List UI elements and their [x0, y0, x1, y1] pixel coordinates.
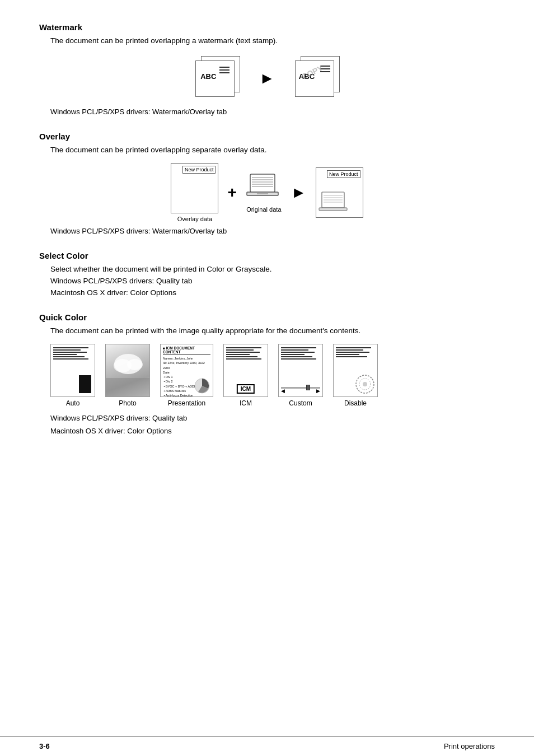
custom-line: [281, 349, 308, 351]
qc-custom-box: ◀ ▶: [278, 344, 323, 397]
overlay-section: Overlay The document can be printed over…: [39, 132, 495, 235]
abc-label: ABC: [200, 72, 216, 81]
watermark-diagram: ABC ► ABC: [39, 56, 495, 101]
quick-color-diagrams: Auto Photo: [50, 344, 495, 407]
qc-icm-label: ICM: [240, 399, 252, 407]
disable-pattern: [355, 374, 375, 394]
qc-presentation-box: ■ ICM DOCUMENT CONTENT Names: Jenkins, J…: [160, 344, 213, 397]
overlay-data-item: New Product Overlay data: [171, 163, 218, 222]
qc-auto-label: Auto: [66, 399, 80, 407]
svg-rect-13: [319, 208, 347, 211]
doc-lines: [219, 67, 229, 73]
icm-line: [226, 358, 261, 360]
doc-line: [219, 69, 229, 71]
qc-auto-item: Auto: [50, 344, 95, 407]
svg-rect-0: [250, 174, 275, 192]
disable-line: [336, 349, 363, 351]
icm-content: [224, 344, 268, 362]
overlay-description: The document can be printed overlapping …: [39, 146, 495, 154]
qc-presentation-label: Presentation: [168, 399, 205, 407]
disable-line: [336, 354, 359, 355]
qc-custom-label: Custom: [289, 399, 312, 407]
photo-background: [106, 344, 149, 396]
auto-line: [53, 347, 88, 348]
icm-badge: ICM: [237, 384, 255, 394]
custom-content: [279, 344, 322, 362]
overlay-result-item: New Product: [316, 167, 363, 218]
original-data-item: Original data: [246, 173, 282, 213]
disable-line: [336, 352, 369, 353]
custom-line: [281, 356, 312, 357]
auto-line: [53, 358, 88, 360]
qc-photo-label: Photo: [119, 399, 136, 407]
disable-line: [336, 347, 371, 348]
auto-line: [53, 354, 77, 355]
qc-disable-item: Disable: [333, 344, 378, 407]
qc-photo-box: [105, 344, 150, 397]
qc-icm-item: ICM ICM: [223, 344, 268, 407]
original-data-label: Original data: [246, 206, 281, 213]
icm-line: [226, 354, 250, 355]
auto-line: [53, 349, 81, 351]
quick-color-note2: Macintosh OS X driver: Color Options: [39, 427, 495, 435]
overlay-arrow: ►: [291, 184, 307, 202]
icm-line: [226, 356, 257, 357]
footer-page-number: 3-6: [39, 742, 50, 750]
disable-line: [336, 356, 367, 357]
custom-line: [281, 352, 315, 353]
overlay-data-box: New Product: [171, 163, 218, 213]
svg-rect-7: [257, 193, 268, 194]
watermark-description: The document can be printed overlapping …: [39, 36, 495, 45]
watermark-arrow: ►: [259, 69, 275, 87]
auto-block: [79, 375, 91, 393]
watermark-section: Watermark The document can be printed ov…: [39, 22, 495, 116]
svg-rect-17: [106, 378, 150, 397]
qc-icm-box: ICM: [223, 344, 268, 397]
custom-line: [281, 347, 316, 348]
qc-presentation-item: ■ ICM DOCUMENT CONTENT Names: Jenkins, J…: [160, 344, 213, 407]
icm-line: [226, 352, 260, 353]
overlay-result-box: New Product: [316, 167, 363, 218]
quick-color-title: Quick Color: [39, 312, 495, 322]
quick-color-note1: Windows PCL/PS/XPS drivers: Quality tab: [39, 414, 495, 422]
quick-color-description: The document can be printed with the ima…: [39, 326, 495, 335]
qc-photo-item: Photo: [105, 344, 150, 407]
overlay-title: Overlay: [39, 132, 495, 141]
svg-point-16: [127, 359, 143, 370]
custom-slider-track: [281, 387, 320, 389]
pres-pie-chart: [194, 377, 210, 394]
laptop-icon: [246, 173, 282, 204]
watermark-note: Windows PCL/PS/XPS drivers: Watermark/Ov…: [39, 108, 495, 116]
select-color-line3: Macintosh OS X driver: Color Options: [39, 288, 495, 297]
photo-cloud-svg: [106, 344, 150, 397]
doc-page-front-after: ABC COPY: [295, 60, 334, 97]
svg-point-21: [363, 382, 367, 386]
new-product-banner: New Product: [182, 166, 216, 174]
select-color-line1: Select whether the document will be prin…: [39, 265, 495, 273]
icm-line: [226, 349, 254, 351]
doc-page-front: ABC: [195, 60, 235, 97]
select-color-section: Select Color Select whether the document…: [39, 251, 495, 297]
overlay-diagram: New Product Overlay data +: [39, 163, 495, 222]
qc-disable-label: Disable: [344, 399, 367, 407]
qc-auto-box: [50, 344, 95, 397]
plus-icon: +: [227, 184, 236, 202]
watermark-before: ABC: [192, 56, 242, 101]
auto-line: [53, 352, 87, 353]
watermark-title: Watermark: [39, 22, 495, 32]
doc-line: [219, 72, 229, 73]
custom-slider-knob: [306, 385, 310, 390]
footer-title: Print operations: [444, 742, 495, 750]
watermark-after: ABC COPY: [292, 56, 342, 101]
disable-content: [334, 344, 377, 360]
custom-line: [281, 358, 316, 360]
overlay-data-label: Overlay data: [177, 216, 212, 222]
overlay-note: Windows PCL/PS/XPS drivers: Watermark/Ov…: [39, 227, 495, 235]
qc-custom-item: ◀ ▶ Custom: [278, 344, 323, 407]
custom-arrow-right: ▶: [316, 388, 320, 394]
qc-disable-box: [333, 344, 378, 397]
result-new-product: New Product: [327, 170, 360, 178]
pres-title: ■ ICM DOCUMENT CONTENT: [163, 346, 210, 355]
select-color-line2: Windows PCL/PS/XPS drivers: Quality tab: [39, 277, 495, 285]
auto-line: [53, 356, 85, 357]
